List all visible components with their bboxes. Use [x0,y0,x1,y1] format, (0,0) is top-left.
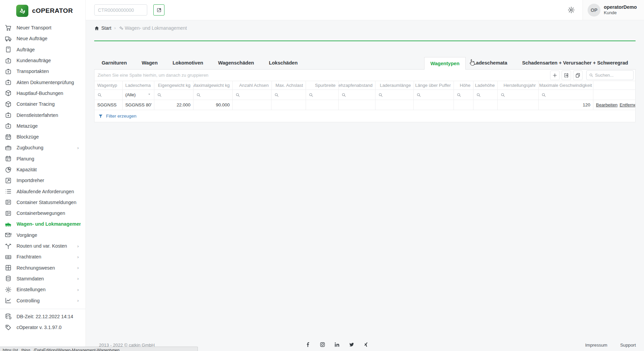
sidebar-item[interactable]: Container Statusmeldungen [0,197,85,208]
col-herstellungsjahr[interactable]: Herstellungsjahr [498,81,539,90]
col-hoehe[interactable]: Höhe [454,81,473,90]
col-maximalgewicht[interactable]: Maximalgewicht kg [194,81,233,90]
filter-laderaumlaenge[interactable] [376,90,414,100]
add-row-button[interactable] [550,71,560,80]
footer-link[interactable]: Support [620,343,636,348]
social-icon[interactable] [349,342,354,347]
col-laenge-ueber-puffer[interactable]: Länge über Puffer [414,81,454,90]
sidebar: cOPERATOR Neuer Transport Neue Aufträge [0,0,86,351]
col-wagentyp[interactable]: Wagentyp [95,81,123,90]
sidebar-item[interactable]: Einstellungen › [0,284,85,295]
sidebar-item-label: Kapazität [17,167,37,172]
sidebar-item-icon [5,155,12,162]
delete-row-link[interactable]: Entfernen [620,102,635,107]
settings-gear-button[interactable] [560,0,583,20]
sidebar-item[interactable]: Transportakten [0,66,85,77]
sidebar-item[interactable]: Importdreher [0,175,85,186]
sidebar-item[interactable]: Planung [0,153,85,164]
tab[interactable]: Lokschäden [261,57,305,69]
filter-ladeschema[interactable]: (Alle) [123,90,154,100]
filter-herstellungsjahr[interactable] [498,90,539,100]
footer-link[interactable]: Impressum [585,343,608,348]
col-ladehoehe[interactable]: Ladehöhe [473,81,498,90]
sidebar-item[interactable]: Hauptlauf-Buchungen [0,88,85,99]
sidebar-item[interactable]: Akten Dokumentenprüfung [0,77,85,87]
tab[interactable]: Wagenschäden [211,57,262,69]
col-drehzapfenabstand[interactable]: Drehzapfenabstand [339,81,376,90]
sidebar-item[interactable]: Zugbuchung › [0,142,85,153]
sidebar-item[interactable]: Neuer Transport [0,22,85,33]
export-button[interactable] [562,71,571,80]
sidebar-item[interactable]: Stammdaten › [0,273,85,284]
sidebar-item-icon [5,188,12,195]
grid-panel: Ziehen Sie eine Spalte hierhin, um danac… [94,70,636,122]
cell-laderaumlaenge [376,100,414,110]
filter-laenge-ueber-puffer[interactable] [414,90,454,100]
sidebar-item-icon [5,35,12,42]
grid-search-input[interactable] [595,73,631,78]
filter-maximalgewicht[interactable] [194,90,233,100]
col-laderaumlaenge[interactable]: Laderaumlänge [376,81,414,90]
filter-ladehoehe[interactable] [473,90,498,100]
brand-name: cOPERATOR [32,7,73,15]
social-icon[interactable] [363,342,369,347]
table-row[interactable]: SGGNSS SGGNSS 80' 22.000 90.000 120 Be [95,100,635,110]
col-eigengewicht[interactable]: Eigengewicht kg [154,81,194,90]
filter-hoehe[interactable] [454,90,473,100]
sidebar-item[interactable]: Frachtraten › [0,251,85,262]
tab[interactable]: Lokomotiven [165,57,211,69]
tab[interactable]: Wagentypen [424,57,465,70]
sidebar-item-icon [5,111,12,119]
cell-spurbreite [306,100,339,110]
sidebar-item[interactable]: Kapazität [0,164,85,175]
social-icon[interactable] [334,342,340,347]
col-anzahl-achsen[interactable]: Anzahl Achsen [233,81,272,90]
page-content: Start › Wagen- und Lokmanagement Garnitu… [86,20,644,122]
sidebar-item[interactable]: Neue Aufträge [0,33,85,44]
breadcrumb-home[interactable]: Start [94,25,111,31]
sidebar-item-icon [5,144,12,151]
brand-logo[interactable]: cOPERATOR [0,0,85,20]
sidebar-item[interactable]: Containerbewegungen [0,208,85,219]
grid-search-box[interactable] [586,70,634,80]
col-max-achslast[interactable]: Max. Achslast [272,81,306,90]
sidebar-item[interactable]: Controlling › [0,295,85,306]
user-menu[interactable]: OP operatorDemo Kunde [583,0,644,20]
sidebar-item[interactable]: Blockzüge [0,131,85,142]
filter-anzahl-achsen[interactable] [233,90,272,100]
sidebar-item-label: Stammdaten [17,276,44,281]
sidebar-item[interactable]: Wagen- und Lokmanagement [0,219,85,229]
column-chooser-button[interactable] [573,71,583,80]
social-icon[interactable] [305,342,311,347]
edit-row-link[interactable]: Bearbeiten [596,102,618,107]
sidebar-item[interactable]: Vorgänge [0,230,85,241]
external-link-icon [156,7,162,13]
sidebar-item[interactable]: Routen und var. Kosten › [0,241,85,251]
sidebar-item[interactable]: Rechnungswesen › [0,262,85,273]
sidebar-item-label: Container Statusmeldungen [17,200,76,205]
container-search-input[interactable] [94,4,147,16]
create-filter-link[interactable]: Filter erzeugen [95,110,635,122]
sidebar-item[interactable]: Container Tracing [0,99,85,109]
filter-spurbreite[interactable] [306,90,339,100]
filter-eigengewicht[interactable] [154,90,194,100]
col-max-geschwindigkeit[interactable]: Maximale Geschwindigkeit [539,81,593,90]
filter-max-geschwindigkeit[interactable] [539,90,593,100]
sidebar-item[interactable]: Dienstleisterfahrten [0,109,85,120]
filter-wagentyp[interactable] [95,90,123,100]
tab[interactable]: Schadensarten + Verursacher + Schweregra… [515,57,636,69]
sidebar-item[interactable]: Aufträge [0,44,85,55]
social-icon[interactable] [320,342,325,347]
sidebar-item[interactable]: Kundenaufträge [0,55,85,66]
tab[interactable]: Wagen [134,57,165,69]
tab[interactable]: Garnituren [94,57,134,69]
col-ladeschema[interactable]: Ladeschema [123,81,154,90]
filter-drehzapfenabstand[interactable] [339,90,376,100]
sidebar-item-icon [5,210,12,217]
filter-max-achslast[interactable] [272,90,306,100]
col-spurbreite[interactable]: Spurbreite [306,81,339,90]
sidebar-item-label: Aufträge [17,47,35,52]
container-open-button[interactable] [153,4,164,16]
sidebar-item[interactable]: Ablaufende Anforderungen [0,186,85,197]
sidebar-item[interactable]: Metazüge [0,121,85,131]
